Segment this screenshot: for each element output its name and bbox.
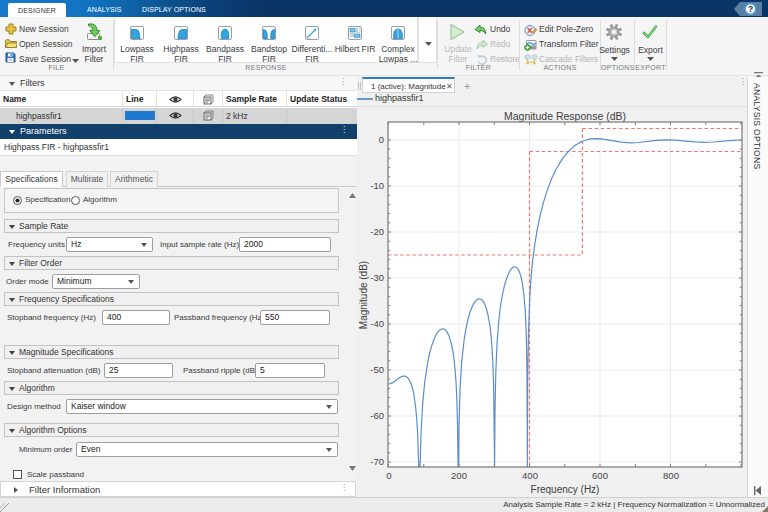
svg-text:Magnitude (dB): Magnitude (dB): [358, 261, 369, 329]
svg-text:400: 400: [522, 470, 538, 481]
svg-text:-40: -40: [370, 318, 384, 329]
svg-text:600: 600: [592, 470, 608, 481]
svg-text:-50: -50: [370, 364, 384, 375]
svg-text:?: ?: [748, 4, 753, 14]
svg-text:-10: -10: [370, 180, 384, 191]
svg-text:-30: -30: [370, 272, 384, 283]
svg-text:-70: -70: [370, 456, 384, 467]
svg-text:0: 0: [379, 134, 384, 145]
svg-text:800: 800: [663, 470, 679, 481]
svg-text:Magnitude Response (dB): Magnitude Response (dB): [504, 110, 626, 122]
svg-text:-20: -20: [370, 226, 384, 237]
svg-text:Frequency (Hz): Frequency (Hz): [531, 484, 600, 495]
svg-text:-60: -60: [370, 410, 384, 421]
svg-text:200: 200: [451, 470, 467, 481]
svg-text:0: 0: [386, 470, 391, 481]
